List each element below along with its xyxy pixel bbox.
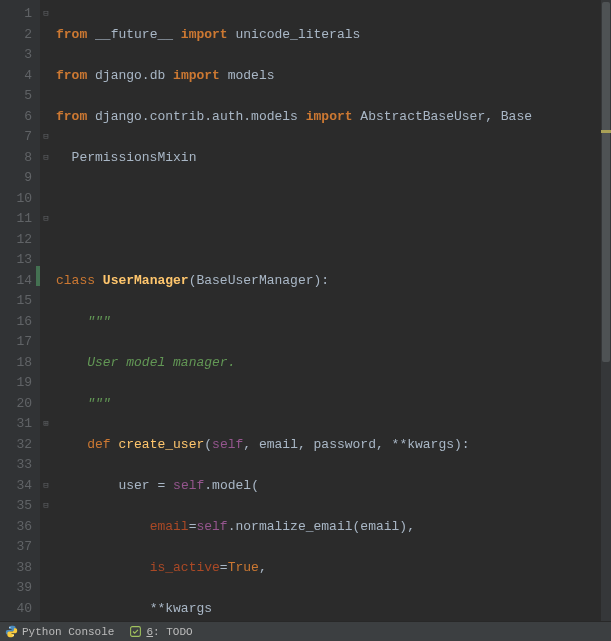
scrollbar-marker[interactable] [601, 130, 611, 133]
python-icon [4, 625, 18, 639]
fold-strip: ⊟ ⊟ ⊟ ⊟ ⊞ ⊟ ⊟ [40, 0, 52, 621]
line-number[interactable]: 1 [0, 4, 32, 25]
fold-toggle[interactable]: ⊟ [40, 4, 52, 25]
scrollbar-thumb[interactable] [602, 2, 610, 362]
python-console-tool[interactable]: Python Console [4, 625, 114, 639]
line-number[interactable]: 4 [0, 66, 32, 87]
code-line[interactable]: **kwargs [56, 599, 611, 620]
line-number[interactable]: 17 [0, 332, 32, 353]
fold-toggle[interactable]: ⊟ [40, 148, 52, 169]
line-number[interactable]: 19 [0, 373, 32, 394]
code-line[interactable] [56, 189, 611, 210]
line-number-gutter[interactable]: 1 2 3 4 5 6 7 8 9 10 11 12 13 14 15 16 1… [0, 0, 40, 621]
line-number[interactable]: 31 [0, 414, 32, 435]
code-line[interactable]: from django.contrib.auth.models import A… [56, 107, 611, 128]
line-number[interactable]: 12 [0, 230, 32, 251]
code-line[interactable]: email=self.normalize_email(email), [56, 517, 611, 538]
todo-tool[interactable]: 6: TODO [128, 625, 192, 639]
line-number[interactable]: 40 [0, 599, 32, 620]
code-line[interactable]: from django.db import models [56, 66, 611, 87]
line-number[interactable]: 10 [0, 189, 32, 210]
line-number[interactable]: 11 [0, 209, 32, 230]
line-number[interactable]: 15 [0, 291, 32, 312]
line-number[interactable]: 9 [0, 168, 32, 189]
line-number[interactable]: 2 [0, 25, 32, 46]
line-number[interactable]: 6 [0, 107, 32, 128]
fold-toggle-collapsed[interactable]: ⊞ [40, 414, 52, 435]
line-number[interactable]: 14 [0, 271, 32, 292]
editor-area: 1 2 3 4 5 6 7 8 9 10 11 12 13 14 15 16 1… [0, 0, 611, 621]
fold-toggle[interactable]: ⊟ [40, 476, 52, 497]
line-number[interactable]: 13 [0, 250, 32, 271]
line-number[interactable]: 7 [0, 127, 32, 148]
code-line[interactable]: is_active=True, [56, 558, 611, 579]
code-line[interactable] [56, 230, 611, 251]
line-number[interactable]: 39 [0, 578, 32, 599]
fold-toggle[interactable]: ⊟ [40, 209, 52, 230]
code-line[interactable]: from __future__ import unicode_literals [56, 25, 611, 46]
code-line[interactable]: PermissionsMixin [56, 148, 611, 169]
line-number[interactable]: 36 [0, 517, 32, 538]
code-line[interactable]: user = self.model( [56, 476, 611, 497]
code-line[interactable]: def create_user(self, email, password, *… [56, 435, 611, 456]
svg-point-1 [12, 635, 13, 636]
line-number[interactable]: 3 [0, 45, 32, 66]
svg-point-0 [9, 627, 10, 628]
line-number[interactable]: 38 [0, 558, 32, 579]
line-number[interactable]: 16 [0, 312, 32, 333]
line-number[interactable]: 32 [0, 435, 32, 456]
fold-toggle[interactable]: ⊟ [40, 127, 52, 148]
line-number[interactable]: 37 [0, 537, 32, 558]
line-number[interactable]: 20 [0, 394, 32, 415]
fold-toggle[interactable]: ⊟ [40, 496, 52, 517]
line-number[interactable]: 5 [0, 86, 32, 107]
code-line[interactable]: """ [56, 312, 611, 333]
status-bar: Python Console 6: TODO [0, 621, 611, 641]
line-number[interactable]: 34 [0, 476, 32, 497]
line-number[interactable]: 8 [0, 148, 32, 169]
line-number[interactable]: 18 [0, 353, 32, 374]
code-line[interactable]: User model manager. [56, 353, 611, 374]
code-editor[interactable]: from __future__ import unicode_literals … [52, 0, 611, 621]
todo-icon [128, 625, 142, 639]
line-number[interactable]: 33 [0, 455, 32, 476]
vcs-change-marker[interactable] [36, 266, 40, 286]
todo-label: 6: TODO [146, 626, 192, 638]
vertical-scrollbar[interactable] [601, 0, 611, 621]
python-console-label: Python Console [22, 626, 114, 638]
code-line[interactable]: class UserManager(BaseUserManager): [56, 271, 611, 292]
code-line[interactable]: """ [56, 394, 611, 415]
line-number[interactable]: 35 [0, 496, 32, 517]
